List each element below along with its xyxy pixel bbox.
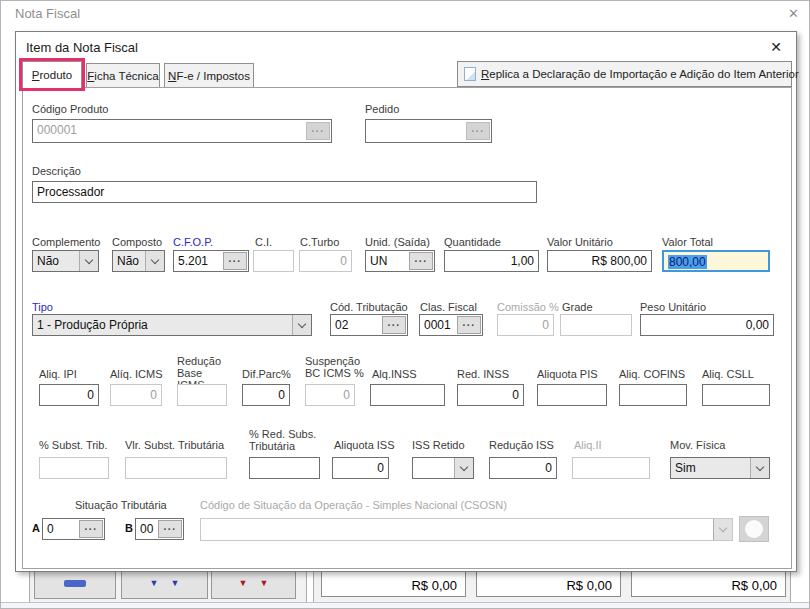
- tab-nfe-impostos[interactable]: NF-e / Impostos: [164, 63, 254, 87]
- situacao-a-browse-button[interactable]: ···: [79, 520, 103, 538]
- csosn-dropdown-button[interactable]: [713, 519, 732, 540]
- red-inss-field[interactable]: 0: [457, 384, 524, 406]
- codigo-produto-browse-button[interactable]: ···: [306, 122, 330, 140]
- pct-red-subs-tributaria-field[interactable]: [249, 457, 320, 479]
- complemento-combobox[interactable]: Não: [32, 250, 99, 272]
- tab-ficha-tecnica[interactable]: Ficha Técnica: [86, 63, 160, 87]
- cfop-browse-button[interactable]: ···: [223, 252, 247, 270]
- nota-fiscal-window: Nota Fiscal ✕ ▼ ▼ ▼ ▼ R$ 0,00 R$ 0,00 R$…: [0, 0, 810, 609]
- unid-saida-browse-button[interactable]: ···: [409, 252, 433, 270]
- situacao-b-browse-button[interactable]: ···: [158, 520, 182, 538]
- mov-fisica-combobox[interactable]: Sim: [670, 457, 770, 479]
- ellipsis-icon: ···: [463, 320, 476, 331]
- cod-tributacao-label: Cód. Tributação: [330, 301, 408, 313]
- iss-retido-combobox[interactable]: [412, 457, 474, 479]
- tipo-dropdown-button[interactable]: [292, 315, 311, 335]
- close-icon: ✕: [770, 39, 782, 55]
- cod-tributacao-browse-button[interactable]: ···: [382, 316, 406, 334]
- pct-red-subs-tributaria-value: [250, 458, 319, 478]
- composto-combobox[interactable]: Não: [112, 250, 165, 272]
- cod-tributacao-field[interactable]: 02 ···: [330, 314, 408, 336]
- valor-total-field[interactable]: 800,00: [662, 250, 770, 272]
- alq-inss-field[interactable]: [370, 384, 445, 406]
- tipo-label: Tipo: [32, 301, 53, 313]
- iss-retido-dropdown-button[interactable]: [454, 458, 473, 478]
- ci-label: C.I.: [255, 236, 272, 248]
- complemento-dropdown-button[interactable]: [79, 251, 98, 271]
- reducao-base-icms-field[interactable]: [177, 384, 227, 406]
- c-turbo-field[interactable]: 0: [299, 250, 352, 272]
- valor-unitario-value: R$ 800,00: [548, 251, 651, 271]
- chevron-down-icon: [719, 524, 727, 532]
- aliq-ipi-field[interactable]: 0: [39, 384, 99, 406]
- grid-icon: [64, 580, 86, 587]
- situacao-tributaria-label: Situação Tributária: [75, 499, 167, 511]
- valor-unitario-field[interactable]: R$ 800,00: [547, 250, 652, 272]
- aliq-ipi-value: 0: [40, 385, 98, 405]
- reducao-base-icms-value: [178, 385, 226, 405]
- composto-dropdown-button[interactable]: [145, 251, 164, 271]
- dialog-close-button[interactable]: ✕: [770, 39, 782, 55]
- window-close-button[interactable]: ✕: [788, 6, 799, 21]
- csosn-combobox[interactable]: [200, 518, 733, 541]
- vlr-subst-tributaria-field[interactable]: [125, 457, 227, 479]
- dialog-title: Item da Nota Fiscal: [26, 40, 138, 55]
- pedido-browse-button[interactable]: ···: [466, 122, 490, 140]
- descricao-field[interactable]: Processador: [32, 181, 537, 203]
- mov-fisica-label: Mov. Física: [670, 439, 725, 451]
- peso-unitario-field[interactable]: 0,00: [640, 314, 774, 336]
- total-value: R$ 0,00: [731, 578, 777, 593]
- tipo-value: 1 - Produção Própria: [33, 315, 292, 335]
- dif-parc-field[interactable]: 0: [242, 384, 290, 406]
- red-inss-value: 0: [458, 385, 523, 405]
- comissao-field[interactable]: 0: [497, 314, 554, 336]
- mov-fisica-dropdown-button[interactable]: [750, 458, 769, 478]
- pedido-label: Pedido: [365, 103, 399, 115]
- complemento-value: Não: [33, 251, 79, 271]
- pedido-field[interactable]: ···: [365, 119, 492, 143]
- clas-fiscal-browse-button[interactable]: ···: [457, 316, 481, 334]
- aliq-ii-field[interactable]: [572, 457, 650, 479]
- aliq-csll-field[interactable]: [702, 384, 770, 406]
- ci-field[interactable]: [253, 250, 294, 272]
- window-title: Nota Fiscal: [15, 6, 80, 21]
- aliq-cofins-label: Aliq. COFINS: [619, 368, 685, 380]
- aliq-cofins-field[interactable]: [619, 384, 687, 406]
- ci-value: [254, 251, 293, 271]
- aliq-csll-label: Aliq. CSLL: [702, 368, 754, 380]
- suspencao-bc-icms-field[interactable]: 0: [305, 384, 355, 406]
- grade-field[interactable]: [560, 314, 632, 336]
- pct-subst-trib-field[interactable]: [39, 457, 109, 479]
- situacao-a-value: 0: [43, 519, 79, 539]
- situacao-a-field[interactable]: 0 ···: [42, 518, 105, 540]
- item-nota-fiscal-dialog: Item da Nota Fiscal ✕ Produto Ficha Técn…: [15, 31, 797, 572]
- quantidade-field[interactable]: 1,00: [444, 250, 539, 272]
- situacao-b-field[interactable]: 00 ···: [135, 518, 184, 540]
- aliquota-iss-field[interactable]: 0: [332, 457, 389, 479]
- suspencao-bc-icms-label: Suspenção BC ICMS %: [305, 355, 367, 379]
- aliq-icms-field[interactable]: 0: [110, 384, 162, 406]
- aliquota-pis-field[interactable]: [537, 384, 607, 406]
- reducao-iss-field[interactable]: 0: [489, 457, 557, 479]
- tab-produto[interactable]: Produto: [22, 61, 82, 88]
- cfop-value: 5.201: [174, 251, 223, 271]
- situacao-b-value: 00: [136, 519, 158, 539]
- tab-label: N: [168, 70, 176, 82]
- aliq-icms-label: Alíq. ICMS: [110, 368, 163, 380]
- ellipsis-icon: ···: [85, 524, 98, 535]
- aliquota-iss-label: Aliquota ISS: [334, 439, 395, 451]
- replica-declaracao-button[interactable]: Replica a Declaração de Importação e Adi…: [457, 61, 792, 87]
- iss-retido-label: ISS Retido: [412, 439, 465, 451]
- unid-saida-field[interactable]: UN ···: [365, 250, 435, 272]
- grade-label: Grade: [562, 301, 593, 313]
- descricao-value: Processador: [33, 182, 536, 202]
- composto-label: Composto: [112, 236, 162, 248]
- cfop-field[interactable]: 5.201 ···: [173, 250, 249, 272]
- circle-icon: [745, 520, 763, 538]
- tipo-combobox[interactable]: 1 - Produção Própria: [32, 314, 312, 336]
- comissao-value: 0: [498, 315, 553, 335]
- codigo-produto-field[interactable]: 000001 ···: [32, 119, 332, 143]
- csosn-circle-button[interactable]: [739, 516, 769, 542]
- clas-fiscal-field[interactable]: 0001 ···: [419, 314, 483, 336]
- pedido-value: [366, 120, 466, 142]
